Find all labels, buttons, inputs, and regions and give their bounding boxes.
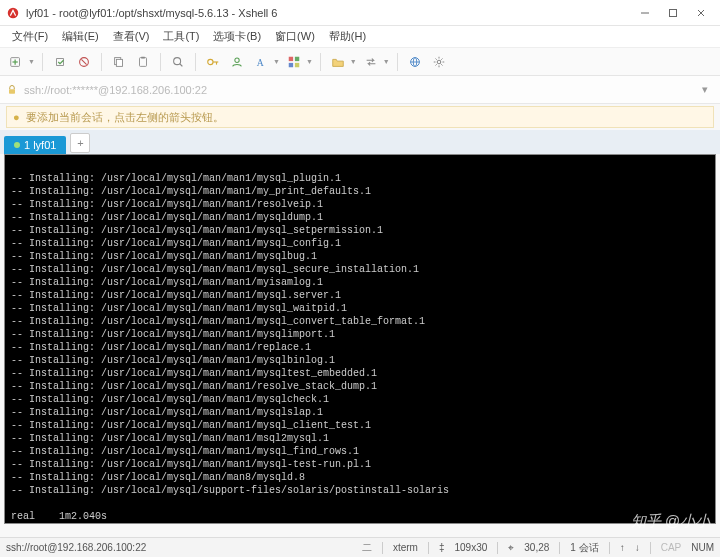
disconnect-button[interactable] bbox=[74, 52, 94, 72]
status-size: 109x30 bbox=[454, 542, 487, 553]
status-sessions: 1 会话 bbox=[570, 541, 598, 555]
app-icon bbox=[6, 6, 20, 20]
dropdown-caret-icon[interactable]: ▼ bbox=[28, 58, 35, 65]
tab-session-1[interactable]: 1 lyf01 bbox=[4, 136, 66, 154]
status-term: xterm bbox=[393, 542, 418, 553]
transfer-icon[interactable] bbox=[361, 52, 381, 72]
menu-tabs[interactable]: 选项卡(B) bbox=[207, 27, 267, 46]
minimize-button[interactable] bbox=[632, 3, 658, 23]
plus-icon: + bbox=[77, 137, 83, 149]
menu-tools[interactable]: 工具(T) bbox=[157, 27, 205, 46]
svg-rect-12 bbox=[139, 57, 146, 66]
menubar: 文件(F) 编辑(E) 查看(V) 工具(T) 选项卡(B) 窗口(W) 帮助(… bbox=[0, 26, 720, 48]
svg-point-28 bbox=[437, 60, 441, 64]
separator bbox=[160, 53, 161, 71]
separator bbox=[382, 542, 383, 554]
status-pos: 30,28 bbox=[524, 542, 549, 553]
paste-button[interactable] bbox=[133, 52, 153, 72]
svg-rect-23 bbox=[289, 62, 293, 66]
terminal[interactable]: -- Installing: /usr/local/mysql/man/man1… bbox=[4, 154, 716, 524]
separator bbox=[559, 542, 560, 554]
separator bbox=[320, 53, 321, 71]
dropdown-caret-icon[interactable]: ▼ bbox=[350, 58, 357, 65]
copy-button[interactable] bbox=[109, 52, 129, 72]
info-icon: ● bbox=[13, 111, 20, 123]
font-icon[interactable]: A bbox=[251, 52, 271, 72]
menu-edit[interactable]: 编辑(E) bbox=[56, 27, 105, 46]
separator bbox=[101, 53, 102, 71]
reconnect-button[interactable] bbox=[50, 52, 70, 72]
titlebar: lyf01 - root@lyf01:/opt/shsxt/mysql-5.6.… bbox=[0, 0, 720, 26]
menu-view[interactable]: 查看(V) bbox=[107, 27, 156, 46]
svg-text:A: A bbox=[257, 56, 264, 67]
status-parity-icon: ‡ bbox=[439, 542, 445, 553]
svg-line-15 bbox=[180, 63, 183, 66]
toolbar: ▼ A ▼ ▼ ▼ ▼ bbox=[0, 48, 720, 76]
tab-label: 1 lyf01 bbox=[24, 139, 56, 151]
lock-icon bbox=[6, 84, 18, 96]
menu-help[interactable]: 帮助(H) bbox=[323, 27, 372, 46]
infobar: ● 要添加当前会话，点击左侧的箭头按钮。 bbox=[6, 106, 714, 128]
address-dropdown-icon[interactable]: ▾ bbox=[696, 83, 714, 96]
separator bbox=[42, 53, 43, 71]
separator bbox=[609, 542, 610, 554]
svg-rect-11 bbox=[116, 59, 122, 66]
separator bbox=[195, 53, 196, 71]
close-button[interactable] bbox=[688, 3, 714, 23]
svg-rect-13 bbox=[141, 56, 145, 58]
color-icon[interactable] bbox=[284, 52, 304, 72]
svg-point-16 bbox=[208, 59, 213, 64]
status-dot-icon bbox=[14, 142, 20, 148]
network-up-icon: ↑ bbox=[620, 542, 625, 553]
dropdown-caret-icon[interactable]: ▼ bbox=[306, 58, 313, 65]
dropdown-caret-icon[interactable]: ▼ bbox=[273, 58, 280, 65]
separator bbox=[497, 542, 498, 554]
separator bbox=[428, 542, 429, 554]
svg-rect-29 bbox=[9, 89, 15, 94]
status-conn: ssh://root@192.168.206.100:22 bbox=[6, 542, 146, 553]
network-down-icon: ↓ bbox=[635, 542, 640, 553]
new-session-button[interactable] bbox=[6, 52, 26, 72]
key-icon[interactable] bbox=[203, 52, 223, 72]
status-cap: CAP bbox=[661, 542, 682, 553]
add-tab-button[interactable]: + bbox=[70, 133, 90, 153]
svg-line-9 bbox=[81, 59, 86, 64]
svg-rect-24 bbox=[295, 62, 299, 66]
dropdown-caret-icon[interactable]: ▼ bbox=[383, 58, 390, 65]
globe-icon[interactable] bbox=[405, 52, 425, 72]
terminal-output: -- Installing: /usr/local/mysql/man/man1… bbox=[11, 172, 709, 524]
infobar-text: 要添加当前会话，点击左侧的箭头按钮。 bbox=[26, 110, 224, 125]
menu-window[interactable]: 窗口(W) bbox=[269, 27, 321, 46]
svg-point-19 bbox=[235, 58, 239, 62]
svg-rect-2 bbox=[670, 9, 677, 16]
status-num: NUM bbox=[691, 542, 714, 553]
separator bbox=[397, 53, 398, 71]
svg-rect-21 bbox=[289, 56, 293, 60]
users-icon[interactable] bbox=[227, 52, 247, 72]
tabbar: 1 lyf01 + bbox=[0, 130, 720, 154]
addressbar: ssh://root:******@192.168.206.100:22 ▾ bbox=[0, 76, 720, 104]
svg-point-14 bbox=[174, 57, 181, 64]
folder-icon[interactable] bbox=[328, 52, 348, 72]
address-text[interactable]: ssh://root:******@192.168.206.100:22 bbox=[24, 84, 690, 96]
statusbar: ssh://root@192.168.206.100:22 二 xterm ‡ … bbox=[0, 537, 720, 557]
window-controls bbox=[632, 3, 714, 23]
window-title: lyf01 - root@lyf01:/opt/shsxt/mysql-5.6.… bbox=[26, 7, 632, 19]
menu-file[interactable]: 文件(F) bbox=[6, 27, 54, 46]
separator bbox=[650, 542, 651, 554]
search-button[interactable] bbox=[168, 52, 188, 72]
status-encoding: 二 bbox=[362, 541, 372, 555]
svg-rect-22 bbox=[295, 56, 299, 60]
maximize-button[interactable] bbox=[660, 3, 686, 23]
settings-icon[interactable] bbox=[429, 52, 449, 72]
status-pos-icon: ⌖ bbox=[508, 542, 514, 554]
